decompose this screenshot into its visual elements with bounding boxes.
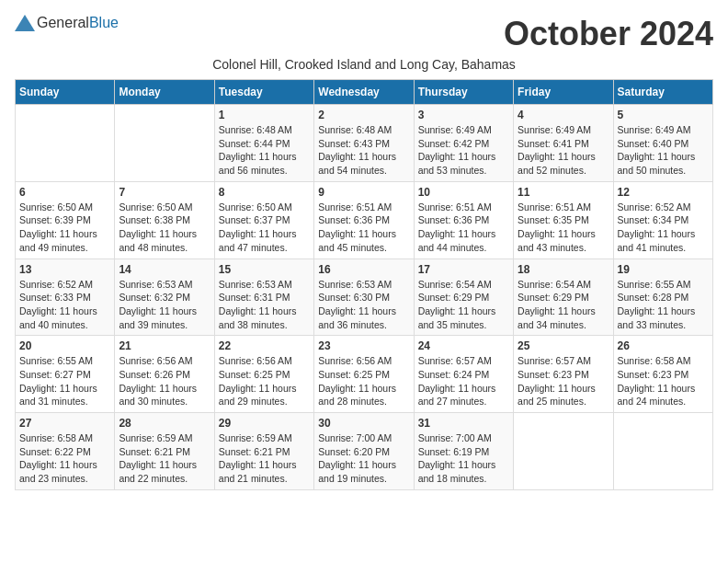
week-row-4: 20Sunrise: 6:55 AM Sunset: 6:27 PM Dayli… [16, 336, 713, 413]
day-number: 1 [219, 109, 310, 121]
day-info: Sunrise: 6:49 AM Sunset: 6:40 PM Dayligh… [618, 123, 709, 178]
day-number: 29 [219, 417, 310, 430]
day-cell: 24Sunrise: 6:57 AM Sunset: 6:24 PM Dayli… [414, 336, 513, 413]
day-number: 19 [618, 263, 709, 276]
col-header-sunday: Sunday [16, 80, 115, 105]
day-cell: 9Sunrise: 6:51 AM Sunset: 6:36 PM Daylig… [314, 181, 414, 259]
logo: GeneralBlue [15, 15, 119, 31]
week-row-5: 27Sunrise: 6:58 AM Sunset: 6:22 PM Dayli… [16, 413, 713, 490]
day-cell: 14Sunrise: 6:53 AM Sunset: 6:32 PM Dayli… [115, 259, 214, 336]
day-number: 8 [219, 186, 310, 199]
day-cell: 23Sunrise: 6:56 AM Sunset: 6:25 PM Dayli… [314, 336, 414, 413]
day-info: Sunrise: 6:52 AM Sunset: 6:33 PM Dayligh… [19, 278, 110, 332]
day-info: Sunrise: 6:49 AM Sunset: 6:41 PM Dayligh… [518, 123, 609, 178]
day-number: 7 [119, 186, 210, 199]
calendar-subtitle: Colonel Hill, Crooked Island and Long Ca… [15, 57, 713, 72]
day-info: Sunrise: 7:00 AM Sunset: 6:20 PM Dayligh… [318, 431, 409, 486]
day-cell: 22Sunrise: 6:56 AM Sunset: 6:25 PM Dayli… [214, 336, 313, 413]
day-info: Sunrise: 6:49 AM Sunset: 6:42 PM Dayligh… [418, 123, 509, 178]
day-info: Sunrise: 6:51 AM Sunset: 6:36 PM Dayligh… [318, 201, 409, 255]
day-info: Sunrise: 6:58 AM Sunset: 6:23 PM Dayligh… [618, 354, 709, 408]
day-info: Sunrise: 6:50 AM Sunset: 6:39 PM Dayligh… [19, 201, 110, 255]
day-number: 21 [119, 339, 210, 352]
day-number: 25 [518, 339, 609, 352]
day-number: 6 [19, 186, 110, 199]
day-number: 5 [618, 109, 709, 121]
day-info: Sunrise: 6:51 AM Sunset: 6:36 PM Dayligh… [418, 201, 509, 255]
day-number: 17 [418, 263, 509, 276]
day-info: Sunrise: 6:52 AM Sunset: 6:34 PM Dayligh… [618, 201, 709, 255]
day-info: Sunrise: 6:51 AM Sunset: 6:35 PM Dayligh… [518, 201, 609, 255]
day-cell: 1Sunrise: 6:48 AM Sunset: 6:44 PM Daylig… [214, 105, 313, 182]
col-header-saturday: Saturday [613, 80, 712, 105]
day-cell: 8Sunrise: 6:50 AM Sunset: 6:37 PM Daylig… [214, 181, 313, 259]
day-cell: 21Sunrise: 6:56 AM Sunset: 6:26 PM Dayli… [115, 336, 214, 413]
day-cell: 3Sunrise: 6:49 AM Sunset: 6:42 PM Daylig… [414, 105, 513, 182]
day-cell: 28Sunrise: 6:59 AM Sunset: 6:21 PM Dayli… [115, 413, 214, 490]
day-number: 13 [19, 263, 110, 276]
day-info: Sunrise: 6:53 AM Sunset: 6:30 PM Dayligh… [318, 278, 409, 332]
day-number: 14 [119, 263, 210, 276]
day-info: Sunrise: 6:53 AM Sunset: 6:32 PM Dayligh… [119, 278, 210, 332]
day-number: 26 [618, 339, 709, 352]
day-info: Sunrise: 6:48 AM Sunset: 6:43 PM Dayligh… [318, 123, 409, 178]
day-number: 10 [418, 186, 509, 199]
month-title: October 2024 [504, 15, 713, 53]
day-cell: 15Sunrise: 6:53 AM Sunset: 6:31 PM Dayli… [214, 259, 313, 336]
day-cell [16, 105, 115, 182]
day-number: 30 [318, 417, 409, 430]
col-header-friday: Friday [514, 80, 613, 105]
day-number: 12 [618, 186, 709, 199]
day-number: 20 [19, 339, 110, 352]
day-cell: 17Sunrise: 6:54 AM Sunset: 6:29 PM Dayli… [414, 259, 513, 336]
day-number: 16 [318, 263, 409, 276]
day-info: Sunrise: 6:56 AM Sunset: 6:25 PM Dayligh… [318, 354, 409, 408]
day-number: 23 [318, 339, 409, 352]
day-cell [613, 413, 712, 490]
day-info: Sunrise: 6:55 AM Sunset: 6:28 PM Dayligh… [618, 278, 709, 332]
day-info: Sunrise: 6:54 AM Sunset: 6:29 PM Dayligh… [418, 278, 509, 332]
day-info: Sunrise: 6:56 AM Sunset: 6:25 PM Dayligh… [219, 354, 310, 408]
col-header-tuesday: Tuesday [214, 80, 313, 105]
day-cell [514, 413, 613, 490]
day-info: Sunrise: 7:00 AM Sunset: 6:19 PM Dayligh… [418, 431, 509, 486]
day-info: Sunrise: 6:57 AM Sunset: 6:24 PM Dayligh… [418, 354, 509, 408]
day-cell: 16Sunrise: 6:53 AM Sunset: 6:30 PM Dayli… [314, 259, 414, 336]
day-cell: 4Sunrise: 6:49 AM Sunset: 6:41 PM Daylig… [514, 105, 613, 182]
day-info: Sunrise: 6:50 AM Sunset: 6:37 PM Dayligh… [219, 201, 310, 255]
day-info: Sunrise: 6:54 AM Sunset: 6:29 PM Dayligh… [518, 278, 609, 332]
day-info: Sunrise: 6:58 AM Sunset: 6:22 PM Dayligh… [19, 431, 110, 486]
day-number: 24 [418, 339, 509, 352]
day-number: 31 [418, 417, 509, 430]
day-cell: 7Sunrise: 6:50 AM Sunset: 6:38 PM Daylig… [115, 181, 214, 259]
day-number: 22 [219, 339, 310, 352]
day-number: 9 [318, 186, 409, 199]
day-cell: 11Sunrise: 6:51 AM Sunset: 6:35 PM Dayli… [514, 181, 613, 259]
day-cell: 13Sunrise: 6:52 AM Sunset: 6:33 PM Dayli… [16, 259, 115, 336]
day-info: Sunrise: 6:59 AM Sunset: 6:21 PM Dayligh… [119, 431, 210, 486]
col-header-wednesday: Wednesday [314, 80, 414, 105]
day-cell: 19Sunrise: 6:55 AM Sunset: 6:28 PM Dayli… [613, 259, 712, 336]
day-cell: 25Sunrise: 6:57 AM Sunset: 6:23 PM Dayli… [514, 336, 613, 413]
day-cell: 18Sunrise: 6:54 AM Sunset: 6:29 PM Dayli… [514, 259, 613, 336]
day-cell: 10Sunrise: 6:51 AM Sunset: 6:36 PM Dayli… [414, 181, 513, 259]
day-info: Sunrise: 6:59 AM Sunset: 6:21 PM Dayligh… [219, 431, 310, 486]
day-cell: 31Sunrise: 7:00 AM Sunset: 6:19 PM Dayli… [414, 413, 513, 490]
week-row-2: 6Sunrise: 6:50 AM Sunset: 6:39 PM Daylig… [16, 181, 713, 259]
day-number: 2 [318, 109, 409, 121]
day-number: 4 [518, 109, 609, 121]
day-info: Sunrise: 6:48 AM Sunset: 6:44 PM Dayligh… [219, 123, 310, 178]
day-cell: 30Sunrise: 7:00 AM Sunset: 6:20 PM Dayli… [314, 413, 414, 490]
day-number: 3 [418, 109, 509, 121]
day-cell: 29Sunrise: 6:59 AM Sunset: 6:21 PM Dayli… [214, 413, 313, 490]
calendar-table: SundayMondayTuesdayWednesdayThursdayFrid… [15, 79, 713, 490]
logo-blue-text: Blue [89, 15, 119, 30]
day-info: Sunrise: 6:53 AM Sunset: 6:31 PM Dayligh… [219, 278, 310, 332]
day-cell: 2Sunrise: 6:48 AM Sunset: 6:43 PM Daylig… [314, 105, 414, 182]
day-cell [115, 105, 214, 182]
day-number: 11 [518, 186, 609, 199]
day-info: Sunrise: 6:55 AM Sunset: 6:27 PM Dayligh… [19, 354, 110, 408]
day-cell: 6Sunrise: 6:50 AM Sunset: 6:39 PM Daylig… [16, 181, 115, 259]
logo-general-text: General [37, 15, 89, 30]
day-number: 18 [518, 263, 609, 276]
